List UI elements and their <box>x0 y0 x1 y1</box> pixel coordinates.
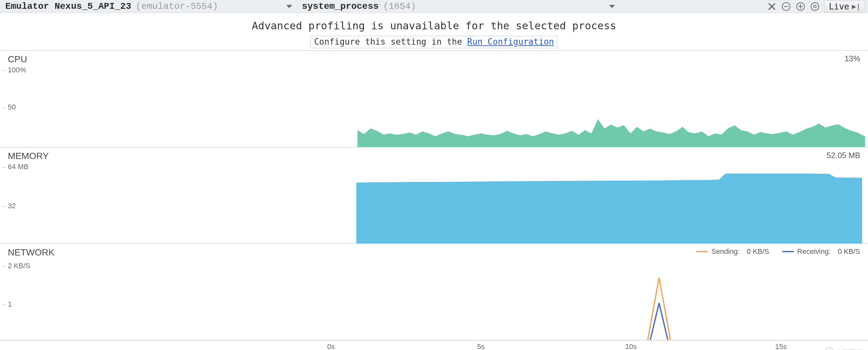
time-tick: 5s <box>477 343 485 350</box>
watermark-text: 创新互联 <box>837 348 863 350</box>
process-name: system_process <box>302 1 378 11</box>
network-chart-row[interactable]: NETWORK Sending:0 KB/S Receiving:0 KB/S … <box>0 244 868 340</box>
process-pid: (1654) <box>383 1 416 11</box>
zoom-reset-button[interactable] <box>808 0 822 13</box>
network-line-plot <box>0 244 862 340</box>
memory-chart-row[interactable]: MEMORY 52.05 MB 64 MB 32 <box>0 147 868 244</box>
profiler-message: Advanced profiling is unavailable for th… <box>0 13 868 51</box>
watermark-icon: αx <box>824 347 834 350</box>
time-tick: 0s <box>327 343 335 350</box>
live-button[interactable]: Live ▶| <box>824 1 865 12</box>
memory-area-plot <box>0 148 862 244</box>
live-label: Live <box>829 2 849 11</box>
watermark: αx 创新互联 <box>824 347 863 350</box>
zoom-out-button[interactable] <box>779 0 793 13</box>
go-to-live-icon: ▶| <box>852 2 861 10</box>
time-axis: 0s 5s 10s 15s αx 创新互联 <box>0 340 868 350</box>
message-text: Advanced profiling is unavailable for th… <box>0 20 868 32</box>
svg-point-8 <box>813 5 816 8</box>
time-tick: 10s <box>625 343 637 350</box>
svg-point-7 <box>811 3 819 10</box>
time-tick: 15s <box>775 343 786 350</box>
device-dropdown[interactable]: Emulator Nexus_5_API_23 (emulator-5554) <box>5 0 292 13</box>
zoom-in-button[interactable] <box>793 0 808 13</box>
run-configuration-link[interactable]: Run Configuration <box>467 37 554 46</box>
message-hint-prefix: Configure this setting in the <box>314 37 467 46</box>
device-name: Emulator Nexus_5_API_23 <box>5 1 131 11</box>
profiler-toolbar: Emulator Nexus_5_API_23 (emulator-5554) … <box>0 0 868 13</box>
close-session-button[interactable] <box>765 0 779 13</box>
cpu-area-plot <box>0 51 865 147</box>
process-dropdown[interactable]: system_process (1654) <box>302 0 615 13</box>
cpu-chart-row[interactable]: CPU 13% 100% 50 <box>0 51 868 147</box>
device-id: (emulator-5554) <box>136 1 218 11</box>
chevron-down-icon <box>609 5 615 8</box>
chevron-down-icon <box>286 5 292 8</box>
